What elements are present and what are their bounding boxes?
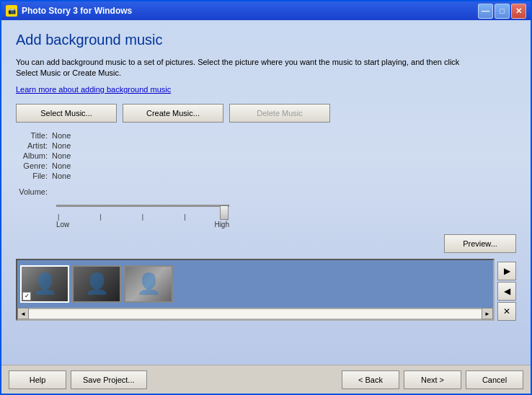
person-icon-3: 👤	[136, 272, 161, 296]
help-button[interactable]: Help	[9, 370, 66, 389]
genre-label: Genre:	[16, 161, 52, 170]
title-value: None	[52, 131, 71, 140]
artist-value: None	[52, 141, 71, 150]
cancel-button[interactable]: Cancel	[466, 370, 523, 389]
photo-inner-3: 👤	[125, 267, 172, 301]
person-icon-1: 👤	[32, 272, 58, 296]
minimize-button[interactable]: —	[478, 4, 493, 19]
main-window: 📷 Photo Story 3 for Windows — □ ✕ Add ba…	[0, 0, 532, 395]
volume-low-label: Low	[56, 221, 69, 228]
scroll-right-button[interactable]: ►	[482, 308, 493, 319]
slider-thumb[interactable]	[220, 205, 229, 220]
page-title: Add background music	[16, 32, 516, 48]
volume-slider[interactable]	[56, 199, 229, 213]
strip-side-buttons: ▶ ◀ ✕	[497, 259, 516, 321]
photo-inner-2: 👤	[74, 267, 120, 301]
window-title: Photo Story 3 for Windows	[22, 6, 478, 16]
photo-check-1: ✓	[22, 292, 31, 301]
volume-label: Volume:	[16, 187, 52, 196]
title-label: Title:	[16, 131, 52, 140]
tick-2: |	[99, 213, 101, 221]
slider-track-line	[56, 205, 229, 207]
file-value: None	[52, 172, 71, 180]
app-icon: 📷	[6, 5, 17, 17]
photo-thumb-3[interactable]: 👤	[124, 265, 173, 303]
strip-horizontal-scrollbar: ◄ ►	[17, 308, 493, 319]
close-button[interactable]: ✕	[511, 4, 526, 19]
delete-music-button[interactable]: Delete Music	[229, 104, 330, 123]
volume-high-label: High	[214, 221, 229, 228]
volume-section: Volume: | | | | | Low High	[16, 187, 516, 228]
meta-artist-row: Artist: None	[16, 141, 516, 150]
maximize-button[interactable]: □	[495, 4, 510, 19]
learn-more-link[interactable]: Learn more about adding background music	[16, 85, 516, 94]
tick-1: |	[58, 213, 59, 221]
photo-strip-wrapper: 👤 ✓ 👤 👤	[16, 259, 516, 321]
strip-delete-button[interactable]: ✕	[497, 302, 516, 321]
person-icon-2: 👤	[84, 272, 110, 296]
back-button[interactable]: < Back	[342, 370, 399, 389]
slider-labels: Low High	[56, 221, 229, 228]
meta-file-row: File: None	[16, 172, 516, 180]
file-label: File:	[16, 172, 52, 180]
next-button[interactable]: Next >	[404, 370, 461, 389]
meta-title-row: Title: None	[16, 131, 516, 140]
meta-album-row: Album: None	[16, 151, 516, 160]
title-bar: 📷 Photo Story 3 for Windows — □ ✕	[1, 1, 531, 20]
select-music-button[interactable]: Select Music...	[16, 104, 117, 123]
preview-button[interactable]: Preview...	[444, 234, 516, 253]
photo-strip-scroll-area: 👤 ✓ 👤 👤	[17, 260, 493, 308]
save-project-button[interactable]: Save Project...	[71, 370, 147, 389]
bottom-bar: Help Save Project... < Back Next > Cance…	[1, 365, 531, 394]
volume-label-row: Volume:	[16, 187, 516, 196]
meta-genre-row: Genre: None	[16, 161, 516, 170]
tick-4: |	[184, 213, 185, 221]
artist-label: Artist:	[16, 141, 52, 150]
album-value: None	[52, 151, 71, 160]
window-controls: — □ ✕	[478, 4, 526, 19]
music-controls: Select Music... Create Music... Delete M…	[16, 104, 516, 123]
create-music-button[interactable]: Create Music...	[123, 104, 223, 123]
genre-value: None	[52, 161, 71, 170]
slider-ticks: | | | | |	[56, 213, 229, 221]
album-label: Album:	[16, 151, 52, 160]
content-area: Add background music You can add backgro…	[1, 20, 531, 365]
volume-slider-container: | | | | | Low High	[56, 199, 516, 228]
tick-3: |	[142, 213, 143, 221]
music-metadata: Title: None Artist: None Album: None Gen…	[16, 131, 516, 182]
strip-nav-left-button[interactable]: ◀	[497, 282, 516, 301]
photo-thumb-2[interactable]: 👤	[72, 265, 121, 303]
strip-nav-right-button[interactable]: ▶	[497, 262, 516, 280]
scroll-track	[29, 309, 482, 319]
photo-thumb-1[interactable]: 👤 ✓	[20, 265, 69, 303]
photo-strip-main: 👤 ✓ 👤 👤	[16, 259, 495, 321]
description-text: You can add background music to a set of…	[16, 57, 477, 79]
scroll-left-button[interactable]: ◄	[17, 308, 29, 319]
preview-area: Preview...	[16, 234, 516, 253]
